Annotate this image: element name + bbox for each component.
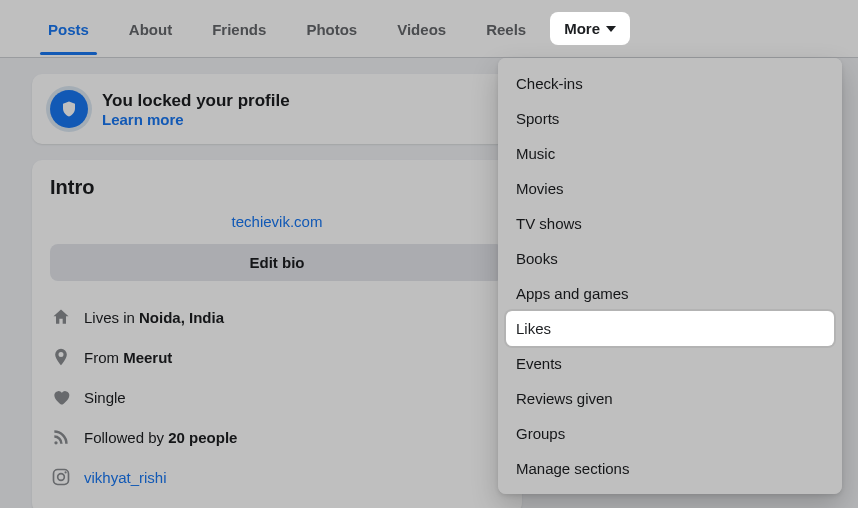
intro-instagram-link[interactable]: vikhyat_rishi (84, 469, 167, 486)
svg-point-1 (58, 474, 65, 481)
intro-heading: Intro (50, 176, 504, 199)
more-dropdown: Check-insSportsMusicMoviesTV showsBooksA… (498, 58, 842, 494)
intro-relationship-row: Single (50, 377, 504, 417)
more-menu-item-likes[interactable]: Likes (506, 311, 834, 346)
tab-videos[interactable]: Videos (381, 3, 462, 54)
instagram-icon (50, 466, 72, 488)
more-menu-item-tv-shows[interactable]: TV shows (506, 206, 834, 241)
chevron-down-icon (606, 26, 616, 32)
tab-reels[interactable]: Reels (470, 3, 542, 54)
intro-followers-row: Followed by 20 people (50, 417, 504, 457)
tab-about[interactable]: About (113, 3, 188, 54)
more-menu-item-books[interactable]: Books (506, 241, 834, 276)
edit-bio-button[interactable]: Edit bio (50, 244, 504, 281)
more-menu-item-events[interactable]: Events (506, 346, 834, 381)
profile-tabbar: Posts About Friends Photos Videos Reels … (0, 0, 858, 58)
home-icon (50, 306, 72, 328)
tab-photos[interactable]: Photos (290, 3, 373, 54)
intro-instagram-row: vikhyat_rishi (50, 457, 504, 497)
heart-icon (50, 386, 72, 408)
tab-more[interactable]: More (550, 12, 630, 45)
rss-icon (50, 426, 72, 448)
more-menu-item-music[interactable]: Music (506, 136, 834, 171)
more-menu-item-reviews-given[interactable]: Reviews given (506, 381, 834, 416)
tab-more-label: More (564, 20, 600, 37)
shield-lock-icon (50, 90, 88, 128)
intro-lives-row: Lives in Noida, India (50, 297, 504, 337)
more-menu-item-groups[interactable]: Groups (506, 416, 834, 451)
locked-text: You locked your profile Learn more (102, 91, 290, 128)
intro-from-row: From Meerut (50, 337, 504, 377)
intro-from-text: From Meerut (84, 349, 172, 366)
intro-relationship-text: Single (84, 389, 126, 406)
tab-posts[interactable]: Posts (32, 3, 105, 54)
more-menu-item-movies[interactable]: Movies (506, 171, 834, 206)
left-column: You locked your profile Learn more Intro… (32, 74, 522, 508)
more-menu-item-check-ins[interactable]: Check-ins (506, 66, 834, 101)
more-menu-item-apps-and-games[interactable]: Apps and games (506, 276, 834, 311)
location-icon (50, 346, 72, 368)
more-menu-item-sports[interactable]: Sports (506, 101, 834, 136)
intro-followers-text: Followed by 20 people (84, 429, 237, 446)
intro-card: Intro techievik.com Edit bio Lives in No… (32, 160, 522, 508)
intro-lives-text: Lives in Noida, India (84, 309, 224, 326)
svg-point-2 (65, 471, 67, 473)
more-menu-item-manage-sections[interactable]: Manage sections (506, 451, 834, 486)
learn-more-link[interactable]: Learn more (102, 111, 290, 128)
intro-website-link[interactable]: techievik.com (50, 213, 504, 230)
locked-profile-card: You locked your profile Learn more (32, 74, 522, 144)
tab-friends[interactable]: Friends (196, 3, 282, 54)
locked-title: You locked your profile (102, 91, 290, 111)
